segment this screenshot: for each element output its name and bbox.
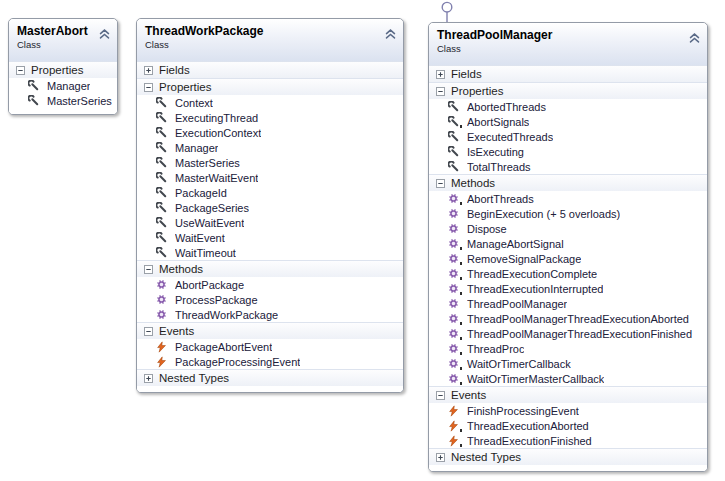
- member-row[interactable]: WaitOrTimerMasterCallback: [429, 371, 707, 386]
- member-row[interactable]: FinishProcessingEvent: [429, 403, 707, 418]
- member-row[interactable]: ExecutingThread: [137, 110, 403, 125]
- member-row[interactable]: ProcessPackage: [137, 292, 403, 307]
- section-header-events[interactable]: Events: [429, 386, 707, 403]
- section-header-methods[interactable]: Methods: [137, 260, 403, 277]
- member-row[interactable]: ExecutionContext: [137, 125, 403, 140]
- property-wrench-icon: [448, 161, 459, 172]
- collapse-chevron-icon: [689, 33, 700, 43]
- member-row[interactable]: ThreadExecutionInterrupted: [429, 281, 707, 296]
- section-expander[interactable]: [436, 179, 445, 188]
- collapse-shape-button[interactable]: [385, 25, 396, 35]
- class-header[interactable]: ThreadWorkPackageClass: [137, 19, 403, 61]
- class-stereotype: Class: [437, 43, 699, 55]
- member-row[interactable]: WaitEvent: [137, 230, 403, 245]
- member-row[interactable]: MasterSeries: [137, 155, 403, 170]
- member-row[interactable]: PackageAbortEvent: [137, 339, 403, 354]
- member-name: BeginExecution (+ 5 overloads): [467, 208, 620, 220]
- member-row[interactable]: AbortedThreads: [429, 99, 707, 114]
- section-label: Properties: [451, 85, 503, 97]
- member-row[interactable]: MasterWaitEvent: [137, 170, 403, 185]
- member-row[interactable]: Dispose: [429, 221, 707, 236]
- member-row[interactable]: Manager: [9, 78, 117, 93]
- section-expander[interactable]: [144, 327, 153, 336]
- property-icon-wrap: [156, 157, 169, 169]
- member-row[interactable]: RemoveSignalPackage: [429, 251, 707, 266]
- class-stereotype: Class: [17, 39, 109, 51]
- section-header-events[interactable]: Events: [137, 322, 403, 339]
- interface-lollipop: [440, 1, 454, 22]
- section-header-properties[interactable]: Properties: [429, 82, 707, 99]
- member-row[interactable]: ManageAbortSignal: [429, 236, 707, 251]
- section-expander[interactable]: [144, 66, 153, 75]
- section-expander[interactable]: [16, 66, 25, 75]
- section-header-fields[interactable]: Fields: [429, 65, 707, 82]
- section-expander[interactable]: [144, 265, 153, 274]
- member-name: ProcessPackage: [175, 294, 258, 306]
- section-header-nested-types[interactable]: Nested Types: [429, 448, 707, 465]
- collapse-shape-button[interactable]: [99, 25, 110, 35]
- member-row[interactable]: PackageProcessingEvent: [137, 354, 403, 369]
- property-wrench-icon: [28, 95, 39, 106]
- member-row[interactable]: Manager: [137, 140, 403, 155]
- member-row[interactable]: ThreadWorkPackage: [137, 307, 403, 322]
- member-row[interactable]: ThreadPoolManagerThreadExecutionFinished: [429, 326, 707, 341]
- section-header-nested-types[interactable]: Nested Types: [137, 369, 403, 386]
- member-row[interactable]: ThreadPoolManagerThreadExecutionAborted: [429, 311, 707, 326]
- section-expander[interactable]: [144, 83, 153, 92]
- collapse-shape-button[interactable]: [689, 29, 700, 39]
- member-row[interactable]: ThreadExecutionFinished: [429, 433, 707, 448]
- member-row[interactable]: AbortSignals: [429, 114, 707, 129]
- class-box-threadpoolmanager[interactable]: ThreadPoolManagerClassFieldsPropertiesAb…: [428, 22, 708, 472]
- method-gear-icon: [448, 193, 459, 204]
- member-row[interactable]: IsExecuting: [429, 144, 707, 159]
- class-box-threadworkpackage[interactable]: ThreadWorkPackageClassFieldsPropertiesCo…: [136, 18, 404, 393]
- member-row[interactable]: TotalThreads: [429, 159, 707, 174]
- section-expander[interactable]: [436, 70, 445, 79]
- section-header-fields[interactable]: Fields: [137, 61, 403, 78]
- class-box-footer: [9, 108, 117, 114]
- member-row[interactable]: ThreadExecutionComplete: [429, 266, 707, 281]
- member-row[interactable]: ThreadProc: [429, 341, 707, 356]
- member-row[interactable]: AbortPackage: [137, 277, 403, 292]
- property-icon-wrap: [156, 127, 169, 139]
- event-bolt-icon: [448, 405, 459, 417]
- event-bolt-icon: [448, 420, 459, 432]
- property-wrench-icon: [448, 146, 459, 157]
- class-header[interactable]: ThreadPoolManagerClass: [429, 23, 707, 65]
- collapse-expander-icon: [144, 265, 153, 274]
- member-row[interactable]: PackageId: [137, 185, 403, 200]
- class-stereotype: Class: [145, 39, 395, 51]
- class-header[interactable]: MasterAbortClass: [9, 19, 117, 61]
- member-name: WaitOrTimerMasterCallback: [467, 373, 604, 385]
- member-row[interactable]: MasterSeries: [9, 93, 117, 108]
- member-row[interactable]: WaitOrTimerCallback: [429, 356, 707, 371]
- section-header-properties[interactable]: Properties: [137, 78, 403, 95]
- member-row[interactable]: ThreadExecutionAborted: [429, 418, 707, 433]
- method-icon-wrap: [156, 294, 169, 306]
- private-modifier-dot: [460, 367, 463, 370]
- class-box-masterabort[interactable]: MasterAbortClassPropertiesManagerMasterS…: [8, 18, 118, 115]
- member-row[interactable]: AbortThreads: [429, 191, 707, 206]
- section-header-properties[interactable]: Properties: [9, 61, 117, 78]
- section-header-methods[interactable]: Methods: [429, 174, 707, 191]
- collapse-chevron-icon: [385, 29, 396, 39]
- section-expander[interactable]: [436, 453, 445, 462]
- member-row[interactable]: WaitTimeout: [137, 245, 403, 260]
- member-row[interactable]: BeginExecution (+ 5 overloads): [429, 206, 707, 221]
- section-expander[interactable]: [144, 374, 153, 383]
- section-label: Properties: [159, 81, 211, 93]
- member-name: AbortSignals: [467, 116, 529, 128]
- section-expander[interactable]: [436, 87, 445, 96]
- member-row[interactable]: ExecutedThreads: [429, 129, 707, 144]
- member-name: RemoveSignalPackage: [467, 253, 581, 265]
- member-name: WaitTimeout: [175, 247, 236, 259]
- member-row[interactable]: ThreadPoolManager: [429, 296, 707, 311]
- member-row[interactable]: UseWaitEvent: [137, 215, 403, 230]
- private-modifier-dot: [460, 444, 463, 447]
- member-name: Dispose: [467, 223, 507, 235]
- section-expander[interactable]: [436, 391, 445, 400]
- property-icon-wrap: [28, 95, 41, 107]
- property-wrench-icon: [448, 131, 459, 142]
- member-row[interactable]: Context: [137, 95, 403, 110]
- member-row[interactable]: PackageSeries: [137, 200, 403, 215]
